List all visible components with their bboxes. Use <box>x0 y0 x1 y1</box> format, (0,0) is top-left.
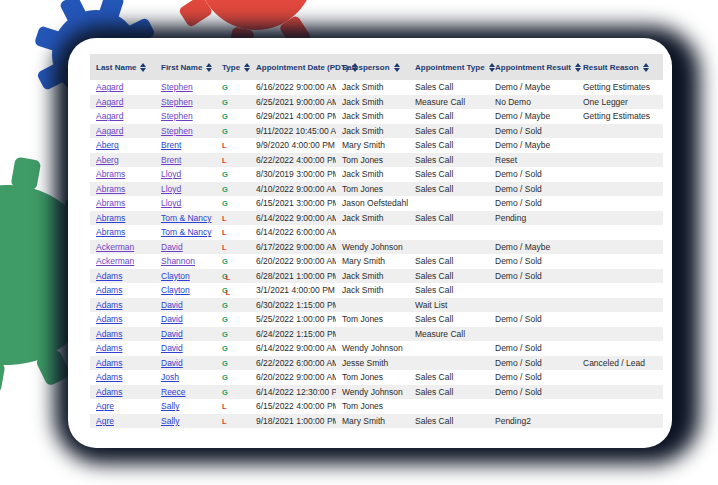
sort-arrows-icon[interactable] <box>140 63 146 72</box>
last-name-link[interactable]: Adams <box>96 343 122 353</box>
last-name-link[interactable]: Adams <box>96 358 122 368</box>
last-name-link[interactable]: Ackerman <box>96 256 134 266</box>
sort-down-icon[interactable] <box>140 68 146 72</box>
first-name-link[interactable]: Brent <box>161 140 181 150</box>
first-name-link[interactable]: Sally <box>161 416 179 426</box>
appointment-type-cell: Wait List <box>409 298 489 313</box>
first-name-link[interactable]: David <box>161 343 183 353</box>
last-name-link[interactable]: Agre <box>96 401 114 411</box>
page-background: Last Name First Name Type Appointme <box>0 0 718 485</box>
sort-arrows-icon[interactable] <box>489 63 495 72</box>
result-reason-cell <box>577 153 663 168</box>
last-name-link[interactable]: Adams <box>96 329 122 339</box>
sort-up-icon[interactable] <box>244 63 250 67</box>
sort-down-icon[interactable] <box>575 68 581 72</box>
last-name-link[interactable]: Adams <box>96 372 122 382</box>
last-name-link[interactable]: Abrams <box>96 227 125 237</box>
column-header[interactable]: Type <box>216 54 250 80</box>
sort-down-icon[interactable] <box>394 68 400 72</box>
last-name-link[interactable]: Adams <box>96 314 122 324</box>
first-name-link-cell: David <box>155 327 216 342</box>
first-name-link[interactable]: Stephen <box>161 82 193 92</box>
last-name-link[interactable]: Adams <box>96 387 122 397</box>
first-name-link[interactable]: Reece <box>161 387 186 397</box>
first-name-link[interactable]: Stephen <box>161 126 193 136</box>
appointment-type-cell: Sales Call <box>409 153 489 168</box>
sort-up-icon[interactable] <box>575 63 581 67</box>
first-name-link[interactable]: Lloyd <box>161 184 181 194</box>
appointment-result-cell: No Demo <box>489 95 577 110</box>
sort-up-icon[interactable] <box>489 63 495 67</box>
first-name-link[interactable]: Shannon <box>161 256 195 266</box>
last-name-link[interactable]: Agre <box>96 416 114 426</box>
first-name-link[interactable]: Clayton <box>161 285 190 295</box>
last-name-link[interactable]: Adams <box>96 271 122 281</box>
last-name-link[interactable]: Ackerman <box>96 242 134 252</box>
first-name-link[interactable]: David <box>161 242 183 252</box>
column-header-label: Appointment Date (PDT) <box>256 63 348 72</box>
sort-arrows-icon[interactable] <box>643 63 649 72</box>
column-header[interactable]: Last Name <box>90 54 155 80</box>
last-name-link[interactable]: Abrams <box>96 198 125 208</box>
first-name-link[interactable]: Tom & Nancy <box>161 213 212 223</box>
first-name-link[interactable]: Josh <box>161 372 179 382</box>
last-name-link[interactable]: Aagard <box>96 111 123 121</box>
column-header[interactable]: Salesperson <box>336 54 409 80</box>
first-name-link[interactable]: Lloyd <box>161 198 181 208</box>
appointment-result-cell <box>489 327 577 342</box>
last-name-link[interactable]: Abrams <box>96 213 125 223</box>
first-name-link[interactable]: Lloyd <box>161 169 181 179</box>
sort-arrows-icon[interactable] <box>244 63 250 72</box>
appointment-date-cell: 6/28/2021 1:00:00 PM <box>250 269 336 284</box>
first-name-link[interactable]: Stephen <box>161 97 193 107</box>
column-header[interactable]: Appointment Result <box>489 54 577 80</box>
last-name-link-cell: Aagard <box>90 124 155 139</box>
column-header[interactable]: Result Reason <box>577 54 663 80</box>
sort-down-icon[interactable] <box>489 68 495 72</box>
sort-arrows-icon[interactable] <box>394 63 400 72</box>
sort-down-icon[interactable] <box>643 68 649 72</box>
sort-up-icon[interactable] <box>643 63 649 67</box>
appointment-date-cell: 9/9/2020 4:00:00 PM <box>250 138 336 153</box>
sort-up-icon[interactable] <box>206 63 212 67</box>
sort-up-icon[interactable] <box>394 63 400 67</box>
first-name-link[interactable]: David <box>161 314 183 324</box>
last-name-link[interactable]: Adams <box>96 300 122 310</box>
first-name-link[interactable]: Sally <box>161 401 179 411</box>
result-reason-cell: Getting Estimates <box>577 109 663 124</box>
first-name-link[interactable]: Stephen <box>161 111 193 121</box>
last-name-link[interactable]: Aagard <box>96 126 123 136</box>
sort-arrows-icon[interactable] <box>575 63 581 72</box>
last-name-link[interactable]: Abrams <box>96 184 125 194</box>
sort-down-icon[interactable] <box>206 68 212 72</box>
table-body: AagardStephenG6/16/2022 9:00:00 AMJack S… <box>90 80 663 428</box>
last-name-link[interactable]: Adams <box>96 285 122 295</box>
last-name-link[interactable]: Aberg <box>96 140 119 150</box>
sort-up-icon[interactable] <box>140 63 146 67</box>
appointment-date-cell: 6/17/2022 9:00:00 AM <box>250 240 336 255</box>
sort-arrows-icon[interactable] <box>206 63 212 72</box>
column-header[interactable]: Appointment Type <box>409 54 489 80</box>
type-g-badge: G <box>222 315 228 324</box>
type-l-badge: L <box>226 288 231 297</box>
sort-down-icon[interactable] <box>244 68 250 72</box>
column-header[interactable]: Appointment Date (PDT) <box>250 54 336 80</box>
last-name-link-cell: Adams <box>90 356 155 371</box>
last-name-link[interactable]: Aberg <box>96 155 119 165</box>
appointment-type-cell <box>409 399 489 414</box>
type-badge-cell: G <box>216 109 250 124</box>
first-name-link[interactable]: David <box>161 300 183 310</box>
last-name-link[interactable]: Aagard <box>96 82 123 92</box>
column-header[interactable]: First Name <box>155 54 216 80</box>
first-name-link[interactable]: Brent <box>161 155 181 165</box>
table-row: AdamsReeceG6/14/2022 12:30:00 PMWendy Jo… <box>90 385 663 400</box>
first-name-link[interactable]: Tom & Nancy <box>161 227 212 237</box>
last-name-link[interactable]: Aagard <box>96 97 123 107</box>
first-name-link[interactable]: David <box>161 329 183 339</box>
first-name-link[interactable]: David <box>161 358 183 368</box>
last-name-link[interactable]: Abrams <box>96 169 125 179</box>
column-header-label: Last Name <box>96 63 136 72</box>
first-name-link-cell: Josh <box>155 370 216 385</box>
last-name-link-cell: Adams <box>90 341 155 356</box>
first-name-link[interactable]: Clayton <box>161 271 190 281</box>
